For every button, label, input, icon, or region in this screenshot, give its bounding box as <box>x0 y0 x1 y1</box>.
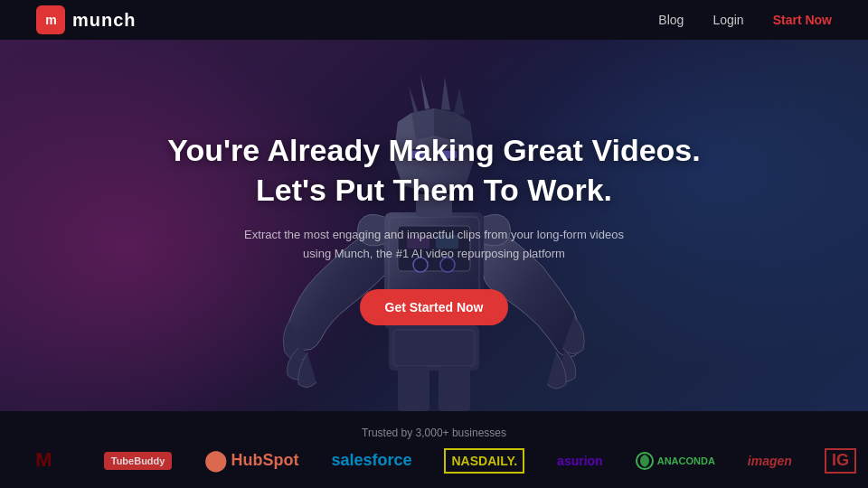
svg-rect-23 <box>398 366 429 411</box>
nav-links: Blog Login Start Now <box>658 13 832 27</box>
logos-strip: Trusted by 3,000+ businesses M UNIVERSIT… <box>0 411 868 488</box>
logo-ig: IG <box>808 448 868 474</box>
navbar: m munch Blog Login Start Now <box>0 0 868 40</box>
logo-asurion: asurion <box>541 448 619 474</box>
logo-imagen: imagen <box>731 448 808 474</box>
hero-content: You're Already Making Great Videos. Let'… <box>0 40 868 325</box>
trusted-text: Trusted by 3,000+ businesses <box>362 427 506 439</box>
logos-row: M UNIVERSITYOF MINNESOTA TubeBuddy ⬤ Hub… <box>0 448 868 474</box>
logo-hubspot: ⬤ HubSpot <box>188 448 315 474</box>
svg-rect-21 <box>389 325 479 371</box>
logo-salesforce: salesforce <box>315 448 428 474</box>
logo-university-of-minnesota: M UNIVERSITYOF MINNESOTA <box>0 448 88 474</box>
blog-link[interactable]: Blog <box>658 13 684 27</box>
hero-subtitle: Extract the most engaging and impactful … <box>235 226 633 264</box>
logo-tubebuddy: TubeBuddy <box>88 448 189 474</box>
hero-section: You're Already Making Great Videos. Let'… <box>0 0 868 411</box>
get-started-button[interactable]: Get Started Now <box>360 289 509 325</box>
logo-text: munch <box>72 10 137 31</box>
logo-anaconda: ANACONDA <box>619 448 731 474</box>
logo-nasdaily: NASDAILY. <box>428 448 541 474</box>
svg-rect-24 <box>439 366 470 411</box>
login-link[interactable]: Login <box>712 13 743 27</box>
logo-area: m munch <box>36 5 137 34</box>
logo-icon: m <box>36 5 65 34</box>
hero-title: You're Already Making Great Videos. Let'… <box>167 130 700 210</box>
start-now-link[interactable]: Start Now <box>773 13 832 27</box>
